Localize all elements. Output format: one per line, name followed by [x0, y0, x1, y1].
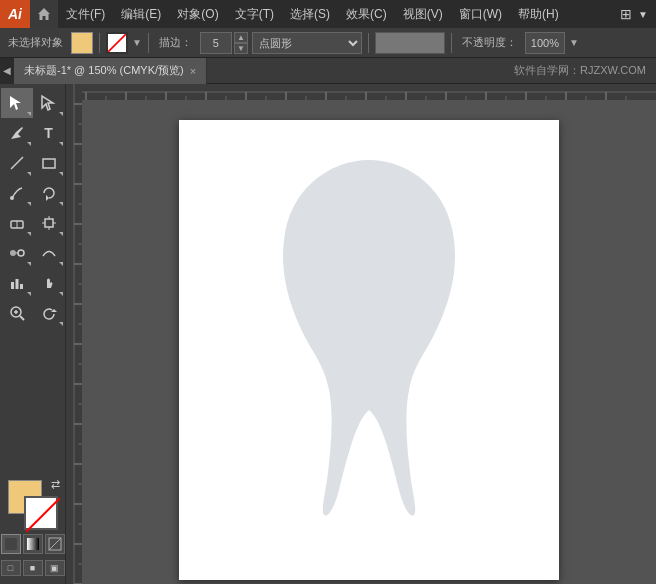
tab-expand-icon[interactable]: ◀ [0, 58, 14, 84]
stroke-input[interactable] [200, 32, 232, 54]
svg-line-26 [26, 498, 60, 532]
background-color-swatch[interactable] [24, 496, 58, 530]
canvas-document [179, 120, 559, 580]
tool-hand[interactable] [33, 268, 65, 298]
toolbar-divider-1 [99, 33, 100, 53]
screen-mode-1[interactable]: □ [1, 560, 21, 576]
tooth-shape-container [269, 150, 469, 520]
menu-file[interactable]: 文件(F) [58, 0, 113, 28]
menu-edit[interactable]: 编辑(E) [113, 0, 169, 28]
ruler-top [66, 84, 656, 100]
tooth-svg [269, 150, 469, 520]
tool-zoom[interactable] [1, 298, 33, 328]
svg-marker-7 [46, 195, 49, 201]
gradient-mode[interactable] [23, 534, 43, 554]
toolbar: 未选择对象 ▼ 描边： ▲ ▼ 点圆形 不透明度： ▼ [0, 28, 656, 58]
tool-column-graph[interactable] [1, 268, 33, 298]
color-swatches: ⇄ □ ■ ▣ [1, 480, 65, 584]
svg-line-30 [49, 538, 61, 550]
svg-line-4 [11, 157, 23, 169]
color-mode-row [1, 534, 65, 554]
tool-type[interactable]: T [33, 118, 65, 148]
no-color-mode[interactable] [45, 534, 65, 554]
toolbar-arrow-1: ▼ [132, 37, 142, 48]
no-selection-label: 未选择对象 [4, 35, 67, 50]
tool-direct-select[interactable] [33, 88, 65, 118]
menu-view[interactable]: 视图(V) [395, 0, 451, 28]
menu-arrow: ▼ [638, 9, 648, 20]
tool-pen[interactable] [1, 118, 33, 148]
menu-effect[interactable]: 效果(C) [338, 0, 395, 28]
svg-marker-0 [38, 8, 50, 20]
tool-pencil[interactable] [1, 178, 33, 208]
svg-point-15 [10, 250, 16, 256]
opacity-label: 不透明度： [458, 35, 521, 50]
svg-rect-5 [43, 159, 55, 168]
svg-line-22 [20, 316, 24, 320]
svg-rect-27 [5, 538, 17, 550]
tool-rect[interactable] [33, 148, 65, 178]
tool-rotate2[interactable] [33, 298, 65, 328]
svg-marker-3 [42, 96, 53, 110]
stroke-down[interactable]: ▼ [234, 43, 248, 54]
canvas-area[interactable] [66, 84, 656, 584]
svg-rect-20 [20, 284, 23, 289]
menu-window[interactable]: 窗口(W) [451, 0, 510, 28]
main-area: T [0, 84, 656, 584]
menu-right: ⊞ ▼ [620, 6, 656, 22]
menu-items: 文件(F) 编辑(E) 对象(O) 文字(T) 选择(S) 效果(C) 视图(V… [58, 0, 620, 28]
stroke-up[interactable]: ▲ [234, 32, 248, 43]
menu-bar: Ai 文件(F) 编辑(E) 对象(O) 文字(T) 选择(S) 效果(C) 视… [0, 0, 656, 28]
tool-warp[interactable] [33, 238, 65, 268]
menu-help[interactable]: 帮助(H) [510, 0, 567, 28]
tab-title: 未标题-1* @ 150% (CMYK/预览) [24, 63, 184, 78]
toolbar-divider-4 [451, 33, 452, 53]
svg-point-6 [10, 196, 14, 200]
stroke-preview [375, 32, 445, 54]
svg-point-16 [18, 250, 24, 256]
tooth-path [283, 160, 455, 516]
tool-line[interactable] [1, 148, 33, 178]
toolbar-divider-3 [368, 33, 369, 53]
svg-marker-2 [10, 96, 21, 110]
swap-colors-icon[interactable]: ⇄ [51, 478, 60, 491]
screen-mode-2[interactable]: ■ [23, 560, 43, 576]
toolbar-stroke-color[interactable] [106, 32, 128, 54]
swatch-area: ⇄ [8, 480, 58, 530]
home-icon[interactable] [30, 0, 58, 28]
app-logo: Ai [0, 0, 30, 28]
opacity-input[interactable] [525, 32, 565, 54]
menu-object[interactable]: 对象(O) [169, 0, 226, 28]
tab-close-button[interactable]: × [190, 65, 196, 77]
tool-blend[interactable] [1, 238, 33, 268]
svg-rect-18 [11, 282, 14, 289]
tab-bar: ◀ 未标题-1* @ 150% (CMYK/预览) × 软件自学网：RJZXW.… [0, 58, 656, 84]
tool-scale[interactable] [33, 208, 65, 238]
solid-color-mode[interactable] [1, 534, 21, 554]
stroke-spinner[interactable]: ▲ ▼ [234, 32, 248, 54]
brush-select[interactable]: 点圆形 [252, 32, 362, 54]
tool-select[interactable] [1, 88, 33, 118]
left-toolbar: T [0, 84, 66, 584]
svg-rect-28 [27, 538, 39, 550]
watermark-text: 软件自学网：RJZXW.COM [514, 63, 656, 78]
svg-rect-19 [15, 279, 18, 289]
screen-mode-3[interactable]: ▣ [45, 560, 65, 576]
document-tab[interactable]: 未标题-1* @ 150% (CMYK/预览) × [14, 58, 207, 84]
toolbar-fill-color[interactable] [71, 32, 93, 54]
grid-icon[interactable]: ⊞ [620, 6, 632, 22]
tool-rotate[interactable] [33, 178, 65, 208]
toolbar-divider-2 [148, 33, 149, 53]
screen-mode-row: □ ■ ▣ [1, 560, 65, 576]
opacity-arrow: ▼ [569, 37, 579, 48]
svg-rect-10 [45, 219, 53, 227]
menu-text[interactable]: 文字(T) [227, 0, 282, 28]
svg-line-1 [108, 34, 126, 52]
ruler-left [66, 84, 82, 584]
tool-eraser[interactable] [1, 208, 33, 238]
stroke-label: 描边： [155, 35, 196, 50]
menu-select[interactable]: 选择(S) [282, 0, 338, 28]
